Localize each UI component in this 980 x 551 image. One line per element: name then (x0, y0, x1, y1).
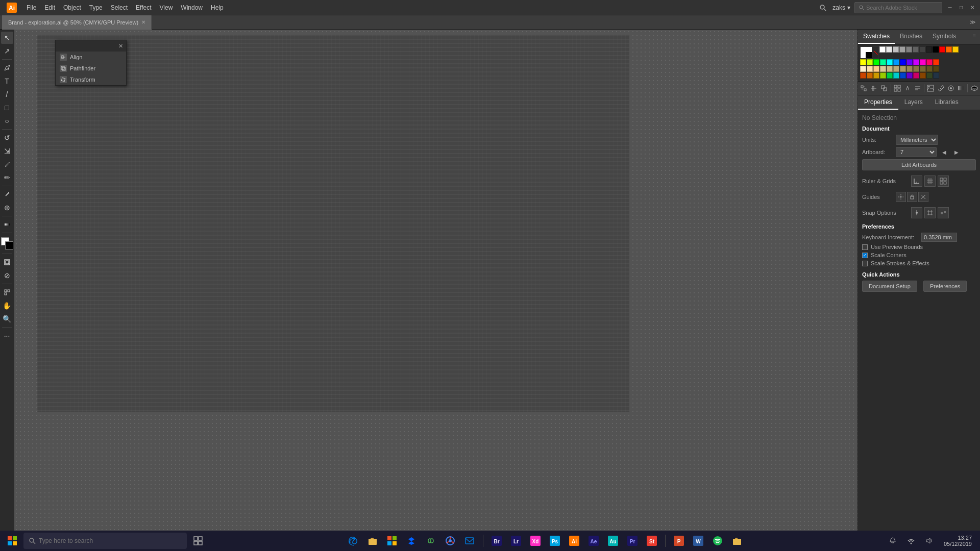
snap-point-btn[interactable] (911, 207, 922, 218)
swatch-cell[interactable] (886, 46, 892, 53)
zoom-tool[interactable]: 🔍 (1, 313, 13, 325)
dropbox-icon[interactable] (403, 533, 420, 549)
pathfinder-panel-item[interactable]: Pathfinder (56, 63, 126, 74)
line-tool[interactable]: / (1, 88, 13, 101)
background-color[interactable] (5, 241, 13, 249)
search-stock[interactable] (854, 2, 942, 13)
menu-type[interactable]: Type (85, 0, 107, 15)
panel-icon-paragraph[interactable] (913, 83, 922, 94)
taskbar-search[interactable] (23, 533, 187, 549)
swatch-white[interactable] (879, 46, 886, 53)
swatch-red[interactable] (939, 46, 945, 53)
spotify-icon[interactable] (709, 533, 726, 549)
swatch-cell[interactable] (952, 46, 959, 53)
clear-guides-btn[interactable] (918, 192, 928, 202)
panel-icon-transform[interactable] (859, 83, 869, 94)
adobe-ae-icon[interactable]: Ae (585, 533, 602, 549)
swatch-cell[interactable] (867, 72, 873, 79)
panel-icon-link[interactable] (936, 83, 946, 94)
word-icon[interactable]: W (690, 533, 706, 549)
blend-tool[interactable]: ⊕ (1, 202, 13, 214)
swatch-cell[interactable] (933, 59, 939, 65)
adobe-lr-icon[interactable]: Lr (508, 533, 524, 549)
swatch-cell[interactable] (893, 46, 899, 53)
snap-grid-btn[interactable] (924, 207, 936, 218)
swatch-cell[interactable] (913, 72, 919, 79)
use-preview-bounds-checkbox[interactable] (862, 244, 868, 250)
adobe-au-icon[interactable]: Au (605, 533, 621, 549)
swatch-cell[interactable] (906, 72, 913, 79)
chrome-icon[interactable] (442, 533, 458, 549)
snap-pixel-btn[interactable] (938, 207, 949, 218)
panel-icon-char[interactable]: A (902, 83, 912, 94)
hand-tool[interactable]: ✋ (1, 299, 13, 312)
folder-icon[interactable] (729, 533, 745, 549)
ruler-btn[interactable] (911, 176, 922, 187)
taskbar-search-input[interactable] (39, 537, 182, 544)
swatch-cell[interactable] (887, 72, 893, 79)
swatch-cell[interactable] (900, 66, 906, 72)
white-swatch[interactable] (860, 46, 872, 59)
swatch-cell[interactable] (880, 72, 886, 79)
eyedropper-tool[interactable] (1, 188, 13, 201)
rectangle-tool[interactable]: □ (1, 102, 13, 114)
tab-close-button[interactable]: ✕ (141, 19, 145, 25)
swatch-cell[interactable] (893, 72, 899, 79)
swatch-cell[interactable] (860, 59, 866, 65)
volume-icon[interactable] (921, 533, 938, 549)
type-tool[interactable]: T (1, 75, 13, 87)
menu-effect[interactable]: Effect (132, 0, 155, 15)
scale-corners-checkbox[interactable] (862, 253, 868, 258)
pen-tool[interactable] (1, 62, 13, 74)
swatch-cell[interactable] (906, 59, 913, 65)
menu-help[interactable]: Help (207, 0, 228, 15)
microsoft-store-icon[interactable] (384, 533, 400, 549)
wifi-icon[interactable] (903, 533, 919, 549)
panel-icon-3d[interactable] (969, 83, 979, 94)
minimize-button[interactable]: ─ (946, 4, 953, 11)
adobe-bridge-icon[interactable]: Br (488, 533, 505, 549)
collapse-panel-button[interactable]: ≫ (968, 19, 978, 26)
swatch-cell[interactable] (887, 59, 893, 65)
swatch-cell[interactable] (920, 72, 926, 79)
swatch-cell[interactable] (887, 66, 893, 72)
panel-icon-align[interactable] (869, 83, 879, 94)
swatch-cell[interactable] (913, 46, 919, 53)
mail-icon[interactable] (461, 533, 478, 549)
tab-symbols[interactable]: Symbols (927, 30, 961, 44)
paintbrush-tool[interactable] (1, 158, 13, 170)
menu-select[interactable]: Select (107, 0, 132, 15)
none-icon[interactable]: ⊘ (1, 269, 13, 282)
panel-icon-gradient[interactable] (956, 83, 966, 94)
artboard-select[interactable]: 7 (896, 147, 937, 157)
tab-libraries[interactable]: Libraries (929, 95, 965, 110)
ellipse-tool[interactable]: ○ (1, 115, 13, 127)
close-button[interactable]: ✕ (969, 4, 976, 11)
swatches-menu-button[interactable]: ≡ (969, 30, 980, 44)
menu-file[interactable]: File (22, 0, 40, 15)
task-view-button[interactable] (190, 533, 206, 549)
none-swatch[interactable] (873, 46, 879, 59)
swatch-cell[interactable] (860, 72, 866, 79)
pixel-preview-btn[interactable] (938, 176, 949, 187)
artboard-prev-button[interactable]: ◀ (940, 147, 949, 157)
pencil-tool[interactable]: ✏ (1, 171, 13, 184)
rotate-tool[interactable]: ↺ (1, 132, 13, 144)
preferences-button[interactable]: Preferences (923, 281, 967, 292)
menu-edit[interactable]: Edit (40, 0, 59, 15)
adobe-ps-icon[interactable]: Ps (547, 533, 563, 549)
swatch-cell[interactable] (920, 66, 926, 72)
swatch-cell[interactable] (867, 59, 873, 65)
swatch-cell[interactable] (900, 72, 906, 79)
swatch-cell[interactable] (880, 66, 886, 72)
tab-layers[interactable]: Layers (898, 95, 929, 110)
keyboard-increment-input[interactable] (921, 233, 957, 242)
direct-selection-tool[interactable]: ↗ (1, 45, 13, 57)
swatch-cell[interactable] (900, 59, 906, 65)
swatch-cell[interactable] (913, 66, 919, 72)
swatch-cell[interactable] (906, 46, 912, 53)
swatch-cell[interactable] (893, 59, 899, 65)
grid-btn[interactable] (924, 176, 936, 187)
float-panel-close[interactable]: ✕ (118, 43, 123, 49)
swatch-cell[interactable] (933, 72, 939, 79)
